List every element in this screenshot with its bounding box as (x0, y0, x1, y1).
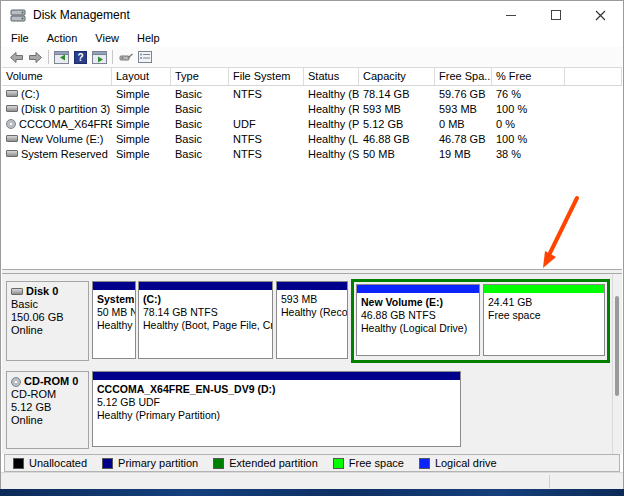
partition-status: Free space (488, 309, 600, 322)
free-space-value: 59.76 GB (435, 88, 492, 100)
type-value: Basic (171, 103, 229, 115)
maximize-button[interactable] (533, 1, 578, 29)
free-space-value: 46.78 GB (435, 133, 492, 145)
table-row-cccoma[interactable]: CCCOMA_X64FRE... Simple Basic UDF Health… (2, 116, 622, 131)
pct-free-value: 100 % (492, 103, 565, 115)
volume-name: System Reserved (21, 148, 108, 160)
pct-free-value: 100 % (492, 133, 565, 145)
disk-size: 5.12 GB (11, 401, 86, 414)
column-header-type[interactable]: Type (171, 68, 229, 85)
forward-icon (29, 52, 42, 63)
partition-cccoma-d[interactable]: CCCOMA_X64FRE_EN-US_DV9 (D:) 5.12 GB UDF… (92, 371, 461, 447)
back-button[interactable] (7, 49, 26, 66)
pct-free-value: 38 % (492, 148, 565, 160)
partition-status: Healthy (Logical Drive) (361, 322, 475, 335)
layout-value: Simple (112, 88, 171, 100)
show-action-pane-button[interactable] (90, 49, 109, 66)
partition-name: New Volume (E:) (361, 296, 475, 309)
column-header-layout[interactable]: Layout (112, 68, 171, 85)
title-bar[interactable]: Disk Management (1, 1, 623, 29)
column-header-status[interactable]: Status (304, 68, 359, 85)
disk-name: CD-ROM 0 (24, 375, 78, 388)
column-header-capacity[interactable]: Capacity (359, 68, 435, 85)
cd-icon (11, 377, 21, 387)
unallocated-swatch (13, 458, 24, 469)
menu-file[interactable]: File (2, 30, 38, 46)
pct-free-value: 76 % (492, 88, 565, 100)
table-row-volume-c[interactable]: (C:) Simple Basic NTFS Healthy (B... 78.… (2, 86, 622, 101)
disk-status: Online (11, 414, 86, 427)
forward-button[interactable] (26, 49, 45, 66)
partition-recovery[interactable]: 593 MB Healthy (Recov (276, 281, 348, 359)
status-value: Healthy (R... (304, 103, 359, 115)
vertical-scrollbar[interactable] (612, 274, 620, 454)
volume-name: CCCOMA_X64FRE... (19, 118, 112, 130)
disk-kind: CD-ROM (11, 388, 86, 401)
menu-view[interactable]: View (86, 30, 128, 46)
partition-size: 50 MB N (97, 306, 131, 319)
drive-icon (11, 288, 23, 295)
partition-status: Healthy (Boot, Page File, Cra (143, 319, 268, 332)
back-icon (10, 52, 23, 63)
volume-list-header: Volume Layout Type File System Status Ca… (2, 68, 622, 86)
table-row-disk0-partition3[interactable]: (Disk 0 partition 3) Simple Basic Health… (2, 101, 622, 116)
column-header-pct-free[interactable]: % Free (492, 68, 565, 85)
legend-label: Free space (349, 457, 404, 469)
cdrom0-info-panel[interactable]: CD-ROM 0 CD-ROM 5.12 GB Online (6, 371, 89, 449)
export-list-icon (119, 52, 133, 63)
logical-drive-swatch (419, 458, 430, 469)
drive-icon (6, 90, 18, 97)
console-tree-icon (54, 51, 69, 64)
status-bar (1, 472, 623, 490)
partition-system[interactable]: System 50 MB N Healthy (92, 281, 136, 359)
capacity-value: 593 MB (359, 103, 435, 115)
properties-button[interactable] (135, 49, 154, 66)
partition-name: CCCOMA_X64FRE_EN-US_DV9 (D:) (97, 383, 456, 396)
file-system-value: NTFS (229, 88, 304, 100)
window-title: Disk Management (33, 8, 130, 22)
menu-help[interactable]: Help (128, 30, 169, 46)
partition-status: Healthy (Primary Partition) (97, 409, 456, 422)
type-value: Basic (171, 133, 229, 145)
column-header-blank[interactable] (565, 68, 622, 85)
primary-partition-bar (277, 282, 347, 292)
export-list-button[interactable] (116, 49, 135, 66)
close-button[interactable] (578, 1, 623, 29)
free-space-value: 0 MB (435, 118, 492, 130)
column-header-file-system[interactable]: File System (229, 68, 304, 85)
properties-icon (138, 51, 152, 63)
column-header-free-space[interactable]: Free Spa... (435, 68, 492, 85)
partition-status: Healthy (97, 319, 131, 332)
drive-icon (6, 135, 18, 142)
show-console-tree-button[interactable] (52, 49, 71, 66)
status-value: Healthy (S... (304, 148, 359, 160)
help-button[interactable]: ? (71, 49, 90, 66)
partition-status: Healthy (Recov (281, 306, 343, 319)
partition-size: 24.41 GB (488, 296, 600, 309)
partition-new-volume-e[interactable]: New Volume (E:) 46.88 GB NTFS Healthy (L… (356, 284, 480, 356)
status-value: Healthy (L... (304, 133, 359, 145)
legend-label: Unallocated (29, 457, 87, 469)
volume-name: (C:) (21, 88, 39, 100)
legend-label: Primary partition (118, 457, 198, 469)
maximize-icon (551, 10, 561, 20)
file-system-value: UDF (229, 118, 304, 130)
partition-free-space[interactable]: 24.41 GB Free space (483, 284, 605, 356)
minimize-icon (506, 15, 516, 16)
column-header-volume[interactable]: Volume (2, 68, 112, 85)
table-row-new-volume-e[interactable]: New Volume (E:) Simple Basic NTFS Health… (2, 131, 622, 146)
table-row-system-reserved[interactable]: System Reserved Simple Basic NTFS Health… (2, 146, 622, 161)
partition-size: 78.14 GB NTFS (143, 306, 268, 319)
legend-item-unallocated: Unallocated (13, 457, 87, 469)
graphical-view-pane: Disk 0 Basic 150.06 GB Online System 50 … (2, 274, 622, 454)
layout-value: Simple (112, 148, 171, 160)
primary-partition-bar (139, 282, 272, 292)
capacity-value: 78.14 GB (359, 88, 435, 100)
legend-label: Logical drive (435, 457, 497, 469)
toolbar-separator (48, 50, 49, 64)
disk0-info-panel[interactable]: Disk 0 Basic 150.06 GB Online (6, 281, 89, 361)
menu-action[interactable]: Action (38, 30, 87, 46)
partition-c[interactable]: (C:) 78.14 GB NTFS Healthy (Boot, Page F… (138, 281, 273, 359)
scrollbar-thumb[interactable] (615, 296, 619, 396)
minimize-button[interactable] (488, 1, 533, 29)
